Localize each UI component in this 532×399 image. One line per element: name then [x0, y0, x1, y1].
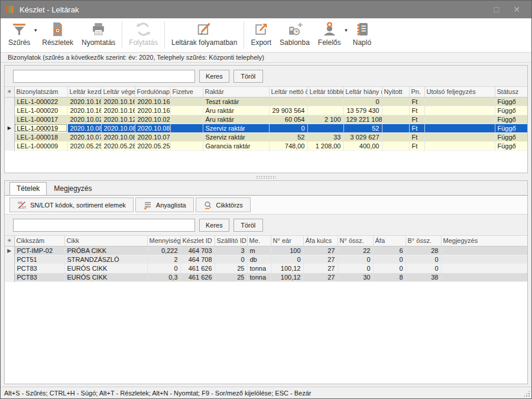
splitter[interactable] — [4, 173, 528, 180]
inventories-in-progress-button[interactable]: Leltárak folyamatban — [167, 20, 241, 52]
documents-clear-button[interactable]: Töröl — [233, 70, 263, 83]
cell[interactable]: LEL-1-000022 — [14, 97, 67, 106]
column-header[interactable]: N° össz. — [338, 236, 373, 246]
responsible-dropdown-icon[interactable]: ▼ — [344, 28, 349, 33]
maximize-button[interactable]: □ — [486, 2, 507, 17]
documents-search-button[interactable]: Keres — [199, 70, 229, 83]
cell[interactable] — [382, 115, 409, 124]
cell[interactable]: 3 029 627 — [343, 132, 382, 141]
cell[interactable]: 748,00 — [269, 141, 307, 150]
items-clear-button[interactable]: Töröl — [233, 219, 263, 232]
details-button[interactable]: Részletek — [38, 20, 77, 52]
log-button[interactable]: Napló — [348, 20, 375, 52]
table-row[interactable]: ▶PCT-IMP-02PRÓBA CIKK0,222464 7033m10027… — [5, 246, 527, 255]
cell[interactable]: LEL-1-000020 — [14, 106, 67, 115]
cell[interactable]: 2020.10.08 — [101, 132, 135, 141]
cell[interactable]: 0 — [215, 255, 247, 264]
cell[interactable]: 0 — [343, 97, 382, 106]
cell[interactable] — [170, 97, 203, 106]
column-header[interactable]: Áfa — [373, 236, 406, 246]
cell[interactable] — [382, 124, 409, 132]
cell[interactable]: 2020.10.08 — [67, 124, 101, 132]
cell[interactable]: Függő — [495, 106, 527, 115]
cell[interactable] — [170, 115, 203, 124]
cell[interactable]: PCT83 — [14, 273, 64, 281]
column-header[interactable]: N° eár — [271, 236, 303, 246]
cell[interactable]: 22 — [338, 246, 373, 255]
cell[interactable]: Áru raktár — [203, 115, 269, 124]
column-header[interactable]: Pn. — [409, 87, 424, 97]
cell[interactable]: Ft — [409, 141, 424, 150]
cell[interactable]: 6 — [373, 246, 406, 255]
cell[interactable]: LEL-1-000019 — [14, 124, 67, 132]
cell[interactable]: 2020.10.02 — [135, 115, 170, 124]
cell[interactable] — [382, 132, 409, 141]
column-header[interactable]: Fordulónap — [135, 87, 170, 97]
cell[interactable]: 0 — [338, 264, 373, 273]
cell[interactable]: Ft — [409, 115, 424, 124]
cell[interactable]: 2 100 — [307, 115, 343, 124]
cell[interactable]: 0 — [406, 264, 441, 273]
cell[interactable]: 2020.05.25 — [67, 141, 101, 150]
cell[interactable] — [424, 141, 495, 150]
cell[interactable]: LEL-1-000018 — [14, 132, 67, 141]
items-search-button[interactable]: Keres — [199, 219, 229, 232]
cell[interactable]: 2020.10.08 — [135, 124, 170, 132]
table-row[interactable]: PCT51STRANDZÁSZLÓ2464 7080db027000 — [5, 255, 527, 264]
cell[interactable]: 27 — [303, 273, 338, 281]
cell[interactable]: 25 — [215, 264, 247, 273]
cell[interactable] — [307, 106, 343, 115]
cell[interactable]: 464 703 — [180, 246, 215, 255]
cell[interactable]: 461 626 — [180, 264, 215, 273]
cell[interactable]: 2020.10.16 — [101, 106, 135, 115]
cell[interactable]: Teszt raktár — [203, 97, 269, 106]
cell[interactable]: Szerviz raktár — [203, 124, 269, 132]
cell[interactable] — [441, 264, 527, 273]
cell[interactable]: 52 — [343, 124, 382, 132]
splitter-grip-icon[interactable] — [256, 176, 276, 179]
column-header[interactable]: Me. — [247, 236, 271, 246]
column-header[interactable]: Cikk — [64, 236, 147, 246]
cell[interactable]: LEL-1-000017 — [14, 115, 67, 124]
cell[interactable]: tonna — [247, 273, 271, 281]
column-header[interactable]: Bizonylatszám — [14, 87, 67, 97]
column-header[interactable]: Leltár vége — [101, 87, 135, 97]
cell[interactable]: 129 221 108 — [343, 115, 382, 124]
print-button[interactable]: Nyomtatás — [77, 20, 119, 52]
cell[interactable]: 8 — [373, 273, 406, 281]
cell[interactable]: 2020.10.12 — [101, 115, 135, 124]
table-row[interactable]: PCT83EURÓS CIKK0,3461 62625tonna100,1227… — [5, 273, 527, 281]
cell[interactable]: 30 — [338, 273, 373, 281]
resize-grip-icon[interactable] — [523, 390, 530, 397]
cell[interactable]: 0,222 — [147, 246, 180, 255]
cell[interactable]: 27 — [303, 246, 338, 255]
cell[interactable]: 464 708 — [180, 255, 215, 264]
cell[interactable]: 29 903 564 — [269, 106, 307, 115]
cell[interactable]: Függő — [495, 124, 527, 132]
cell[interactable]: 25 — [215, 273, 247, 281]
material-list-button[interactable]: Anyaglista — [135, 197, 194, 212]
column-header[interactable]: Raktár — [203, 87, 269, 97]
column-header[interactable]: Szállító ID — [215, 236, 247, 246]
cell[interactable]: 2020.10.16 — [135, 97, 170, 106]
cell[interactable] — [307, 124, 343, 132]
snlot-button[interactable]: SNLOT SN/LOT kódok, sortiment elemek — [9, 197, 134, 212]
cell[interactable] — [424, 97, 495, 106]
cell[interactable]: Függő — [495, 115, 527, 124]
cell[interactable]: PCT51 — [14, 255, 64, 264]
cell[interactable]: db — [247, 255, 271, 264]
cell[interactable]: Függő — [495, 97, 527, 106]
cell[interactable]: 2020.10.08 — [101, 124, 135, 132]
cell[interactable]: Áru raktár — [203, 106, 269, 115]
filter-button[interactable]: Szűrés — [4, 20, 34, 48]
cell[interactable] — [424, 115, 495, 124]
cell[interactable]: EURÓS CIKK — [64, 264, 147, 273]
cell[interactable]: 2020.10.07 — [135, 132, 170, 141]
cell[interactable]: 0 — [373, 255, 406, 264]
cell[interactable]: 0 — [271, 255, 303, 264]
cell[interactable]: 2020.05.25 — [135, 141, 170, 150]
column-header[interactable]: Megjegyzés — [441, 236, 527, 246]
cell[interactable]: 2020.10.16 — [67, 97, 101, 106]
cell[interactable]: 0 — [269, 124, 307, 132]
cell[interactable]: Ft — [409, 97, 424, 106]
